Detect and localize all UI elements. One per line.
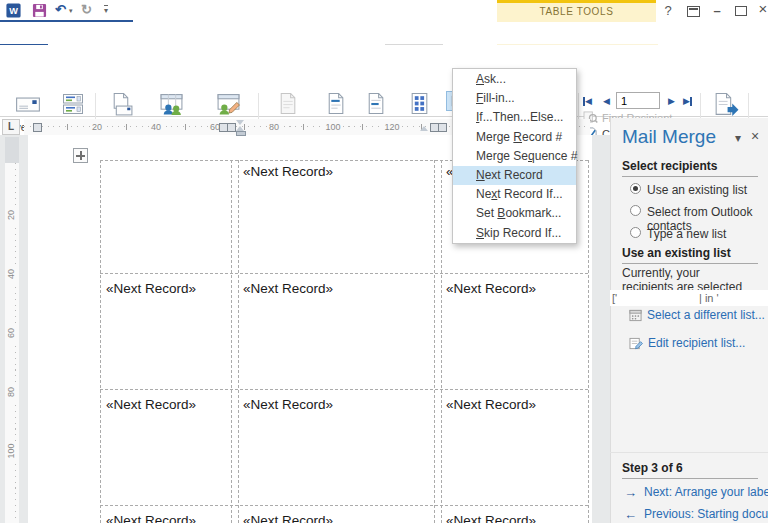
- menu-item-merge-sequence[interactable]: Merge Sequence #: [453, 147, 576, 166]
- last-record-bar-icon: [690, 97, 692, 106]
- select-different-list-label: Select a different list...: [647, 308, 765, 322]
- next-step-link[interactable]: → Next: Arrange your labels: [624, 485, 768, 499]
- first-record-button[interactable]: ◀: [583, 94, 592, 108]
- ruler-number: 80: [267, 122, 281, 132]
- last-record-icon: ▶: [683, 94, 690, 108]
- start-mail-merge-icon: [109, 92, 134, 117]
- previous-step-link[interactable]: ← Previous: Starting document: [624, 507, 768, 521]
- radio-use-existing-list[interactable]: [630, 183, 641, 194]
- pane-title: Mail Merge: [622, 126, 716, 148]
- menu-item-skip-record-if[interactable]: Skip Record If...: [453, 224, 576, 243]
- next-record-icon[interactable]: ▶: [668, 94, 675, 108]
- minimize-icon[interactable]: –: [710, 3, 724, 19]
- ruler-number: 80: [6, 382, 16, 402]
- radio-select-from-outlook[interactable]: [630, 205, 641, 216]
- restore-icon[interactable]: [735, 6, 747, 16]
- edit-recipient-list-label: Edit recipient list...: [648, 336, 745, 350]
- menu-item-if-then-else[interactable]: If...Then...Else...: [453, 108, 576, 127]
- edit-list-icon: [629, 337, 643, 350]
- menu-item-merge-record[interactable]: Merge Record #: [453, 128, 576, 147]
- select-different-list-link[interactable]: Select a different list...: [629, 308, 765, 322]
- close-icon[interactable]: ×: [755, 1, 768, 17]
- insert-merge-field-icon: [408, 92, 431, 115]
- save-icon[interactable]: [32, 3, 48, 19]
- address-block-icon: [324, 92, 347, 115]
- step-header: Step 3 of 6: [622, 461, 758, 479]
- vertical-ruler[interactable]: 20 40 60 80 100: [5, 163, 19, 523]
- pane-footer-divider: [610, 452, 768, 453]
- word-window: ↶ ▾ ↻ ▾ TABLE TOOLS ? – × FILE HOME INSE…: [0, 0, 768, 523]
- last-record-button[interactable]: ▶: [683, 94, 692, 108]
- previous-arrow-icon: ←: [624, 508, 637, 521]
- merge-field[interactable]: «Next Record»: [243, 513, 333, 523]
- ruler-number: 40: [149, 122, 163, 132]
- select-recipients-header: Select recipients: [622, 159, 758, 177]
- table-column-marker[interactable]: [227, 123, 236, 132]
- ruler-number: 20: [90, 122, 104, 132]
- highlight-merge-fields-icon: [276, 92, 299, 115]
- merge-field[interactable]: «Next Record»: [243, 397, 333, 412]
- table-move-handle[interactable]: [73, 148, 88, 163]
- next-arrow-icon: →: [624, 486, 637, 499]
- first-line-indent-marker[interactable]: [236, 120, 244, 125]
- word-logo-icon: [6, 3, 22, 19]
- menu-item-fill-in[interactable]: Fill-in...: [453, 89, 576, 108]
- radio-use-existing-list-label[interactable]: Use an existing list: [647, 183, 747, 197]
- redo-icon[interactable]: ↻: [81, 2, 92, 17]
- ruler-number: 20: [6, 205, 16, 225]
- edit-recipient-list-link[interactable]: Edit recipient list...: [629, 336, 745, 350]
- merge-field[interactable]: «Next Record»: [106, 281, 196, 296]
- merge-field[interactable]: «Next Record»: [446, 281, 536, 296]
- previous-record-icon[interactable]: ◀: [603, 94, 610, 108]
- menu-item-next-record[interactable]: Next Record: [453, 166, 576, 185]
- help-icon[interactable]: ?: [660, 3, 676, 19]
- merge-field[interactable]: «Next Record»: [446, 513, 536, 523]
- merge-field[interactable]: «Next Record»: [243, 281, 333, 296]
- undo-dropdown-icon[interactable]: ▾: [69, 7, 73, 15]
- right-indent-marker[interactable]: [420, 126, 428, 131]
- ruler-number: 40: [6, 264, 16, 284]
- radio-type-new-list-label[interactable]: Type a new list: [647, 227, 726, 241]
- recipient-list-source: [' | in ': [610, 290, 768, 306]
- greeting-line-icon: [364, 92, 387, 115]
- tab-selector-button[interactable]: L: [2, 119, 20, 135]
- radio-type-new-list[interactable]: [630, 227, 641, 238]
- use-existing-list-header: Use an existing list: [622, 246, 758, 264]
- menu-item-next-record-if[interactable]: Next Record If...: [453, 185, 576, 204]
- table-column-marker[interactable]: [33, 123, 42, 132]
- ribbon: Envelopes Labels Create Start Mail Merge…: [0, 45, 768, 117]
- record-number-input[interactable]: [616, 92, 660, 109]
- finish-merge-icon: [712, 92, 739, 117]
- qat-customize-icon[interactable]: ▾: [104, 5, 108, 16]
- menu-item-set-bookmark[interactable]: Set Bookmark...: [453, 204, 576, 223]
- list-source-fragment: | in ': [699, 292, 719, 304]
- pane-close-icon[interactable]: ×: [751, 128, 759, 144]
- ruler-number: 100: [6, 441, 16, 461]
- undo-icon[interactable]: ↶: [55, 2, 66, 18]
- vertical-ruler-margin: [5, 137, 19, 163]
- table-column-marker[interactable]: [438, 123, 447, 132]
- ribbon-display-options-icon[interactable]: [687, 6, 700, 17]
- ruler-number: 60: [6, 323, 16, 343]
- merge-field[interactable]: «Next Record»: [446, 397, 536, 412]
- list-source-fragment: [': [612, 292, 617, 304]
- ruler-number: 100: [323, 122, 342, 132]
- ruler-number: 120: [382, 122, 401, 132]
- first-record-icon: ◀: [585, 94, 592, 108]
- menu-item-ask[interactable]: Ask...: [453, 70, 576, 89]
- table-tools-label: TABLE TOOLS: [497, 6, 656, 17]
- merge-field[interactable]: «Next Record»: [243, 164, 333, 179]
- envelope-icon: [15, 92, 41, 116]
- pane-options-caret-icon[interactable]: ▾: [735, 131, 741, 145]
- labels-icon: [61, 92, 85, 116]
- merge-field[interactable]: «Next Record»: [106, 397, 196, 412]
- next-step-label: Next: Arrange your labels: [644, 485, 768, 499]
- previous-step-label: Previous: Starting document: [644, 507, 768, 521]
- select-recipients-icon: [159, 92, 184, 117]
- contextual-gold-strip: [497, 0, 656, 3]
- left-indent-marker[interactable]: [236, 131, 246, 136]
- ribbon-tab-row: FILE HOME INSERT DESIGN PAGE LAYOUT REFE…: [0, 22, 768, 45]
- edit-recipient-list-icon: [216, 92, 241, 117]
- merge-field[interactable]: «Next Record»: [106, 513, 196, 523]
- list-grid-icon: [629, 309, 642, 322]
